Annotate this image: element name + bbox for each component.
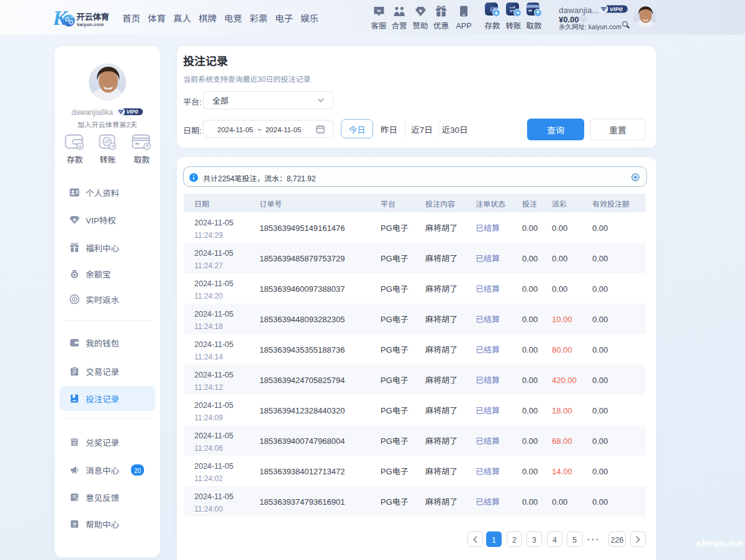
svg-text:VIP0: VIP0 [126, 107, 138, 115]
svg-text:VIP0: VIP0 [610, 4, 623, 13]
svg-text:?: ? [73, 520, 76, 528]
